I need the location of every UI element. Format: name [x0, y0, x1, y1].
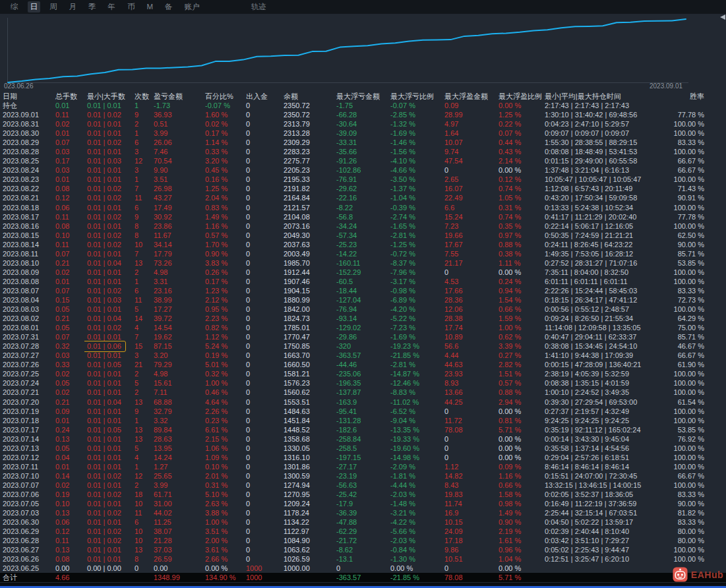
table-row[interactable]: 2023.07.210.020.01 | 0.0127.110.46 %0156… — [0, 388, 726, 397]
table-row[interactable]: 2023.08.100.210.01 | 0.041373.263.83 %01… — [0, 258, 726, 268]
total-row[interactable]: 合计4.661348.99134.90 %1000-363.57-21.85 %… — [0, 573, 726, 582]
table-row[interactable]: 2023.08.310.020.01 | 0.0120.510.02 %0231… — [0, 119, 726, 129]
table-row[interactable]: 2023.08.230.010.01 | 0.0113.510.16 %0219… — [0, 175, 726, 184]
cell: 1985.70 — [281, 258, 334, 268]
cell: -44.46 — [334, 360, 388, 369]
table-row[interactable]: 2023.08.170.110.01 | 0.02930.921.49 %021… — [0, 212, 726, 221]
table-row[interactable]: 2023.08.210.120.01 | 0.021143.272.04 %02… — [0, 193, 726, 202]
cell: 13.95 — [151, 444, 202, 453]
table-row[interactable]: 2023.07.190.090.01 | 0.01932.792.26 %014… — [0, 407, 726, 416]
menu-item-3[interactable]: 周 — [47, 1, 60, 13]
cell: 0.24 — [53, 425, 84, 434]
table-row[interactable]: 2023.08.290.070.01 | 0.02626.061.14 %023… — [0, 138, 726, 147]
table-row[interactable]: 2023.08.140.110.01 | 0.021034.141.70 %02… — [0, 240, 726, 249]
cell: 1.09 % — [202, 453, 243, 462]
table-row[interactable]: 2023.07.170.240.01 | 0.051389.846.61 %01… — [0, 425, 726, 434]
table-row[interactable]: 2023.08.150.100.01 | 0.02811.670.57 %020… — [0, 231, 726, 240]
table-row[interactable]: 2023.08.240.030.01 | 0.0139.900.45 %0220… — [0, 165, 726, 175]
cell: 80.00 % — [664, 527, 726, 536]
cell: 0.03 — [53, 351, 84, 360]
table-row[interactable]: 2023.06.260.080.01 | 0.01826.592.66 %010… — [0, 554, 726, 564]
table-row[interactable]: 2023.08.020.210.01 | 0.041439.722.23 %01… — [0, 314, 726, 323]
cell: 0 — [243, 165, 281, 175]
cell: 2.19 % — [496, 527, 542, 536]
table-row[interactable]: 2023.08.180.060.01 | 0.01617.490.83 %021… — [0, 203, 726, 212]
table-row[interactable]: 2023.06.290.120.01 | 0.021038.073.51 %01… — [0, 527, 726, 536]
table-row[interactable]: 2023.07.140.130.01 | 0.011328.632.15 %01… — [0, 434, 726, 444]
cell: 0 — [243, 101, 281, 110]
open-position-row[interactable]: 持仓0.010.01 | 0.011-1.73-0.07 %02350.72-1… — [0, 101, 726, 110]
cell: -363.57 — [334, 351, 388, 360]
table-row[interactable]: 2023.08.010.050.01 | 0.02414.540.82 %017… — [0, 323, 726, 332]
table-row[interactable]: 2023.09.010.110.01 | 0.02936.931.60 %023… — [0, 110, 726, 119]
table-row[interactable]: 2023.07.070.020.01 | 0.0123.990.31 %0127… — [0, 481, 726, 490]
menu-item-8[interactable]: M — [144, 1, 156, 13]
table-row[interactable]: 2023.08.090.020.01 | 0.0124.980.26 %0191… — [0, 268, 726, 277]
cell: 3.20 % — [202, 156, 243, 165]
table-row[interactable]: 2023.08.080.010.01 | 0.0113.310.17 %0190… — [0, 277, 726, 286]
table-row[interactable]: 2023.07.110.010.01 | 0.0111.270.10 %0130… — [0, 462, 726, 471]
table-row[interactable]: 2023.08.070.070.01 | 0.02623.161.23 %019… — [0, 286, 726, 295]
cell: 0.11 — [53, 536, 84, 545]
menu-item-6[interactable]: 年 — [106, 1, 119, 13]
table-row[interactable]: 2023.07.120.040.01 | 0.01414.241.09 %013… — [0, 453, 726, 462]
cell: 1576.23 — [281, 378, 334, 388]
menu-item-7[interactable]: 币 — [125, 1, 138, 13]
cell: 0 — [243, 360, 281, 369]
table-row[interactable]: 2023.07.050.100.01 | 0.011031.002.63 %01… — [0, 499, 726, 508]
cell: 77.78 % — [664, 212, 726, 221]
cell: 0 — [243, 378, 281, 388]
cell: 0.08 — [53, 184, 84, 193]
eahub-watermark: EAHub — [673, 567, 723, 582]
column-header: 余额 — [281, 92, 334, 101]
table-row[interactable]: 2023.07.200.210.01 | 0.041368.884.64 %01… — [0, 397, 726, 407]
table-row[interactable]: 2023.08.220.080.01 | 0.02726.981.25 %021… — [0, 184, 726, 193]
table-row[interactable]: 2023.06.280.110.01 | 0.021021.282.00 %01… — [0, 536, 726, 545]
menu-item-2[interactable]: 日 — [28, 1, 41, 13]
cell: 0.51 — [151, 119, 202, 129]
cell: -363.57 — [334, 573, 388, 582]
cell: 0 — [442, 165, 496, 175]
table-row[interactable]: 2023.08.280.030.01 | 0.0137.460.33 %0228… — [0, 147, 726, 156]
table-row[interactable]: 2023.08.160.080.01 | 0.01823.861.16 %020… — [0, 221, 726, 231]
menu-item-9[interactable]: 备 — [162, 1, 175, 13]
table-row[interactable]: 2023.07.270.030.01 | 0.0133.200.19 %0166… — [0, 351, 726, 360]
cell: 0 — [243, 554, 281, 564]
cell: 7.11 — [151, 388, 202, 397]
cell: 0 — [243, 536, 281, 545]
table-row[interactable]: 2023.07.240.050.01 | 0.01515.611.00 %015… — [0, 378, 726, 388]
cell: 0.07 — [53, 249, 84, 258]
table-row[interactable]: 2023.08.110.070.01 | 0.01717.790.90 %020… — [0, 249, 726, 258]
cell: 0 — [243, 305, 281, 314]
table-row[interactable]: 2023.06.250.000.00 | 0.0000.000.00 %1000… — [0, 564, 726, 573]
menu-item-5[interactable]: 季 — [86, 1, 99, 13]
table-row[interactable]: 2023.07.180.010.01 | 0.0113.320.23 %0145… — [0, 416, 726, 425]
menu-item-trail[interactable]: 轨迹 — [251, 2, 266, 12]
cell: -320 — [334, 341, 388, 351]
table-row[interactable]: 2023.08.250.170.01 | 0.031270.543.20 %02… — [0, 156, 726, 165]
table-row[interactable]: 2023.07.130.050.01 | 0.01513.951.06 %013… — [0, 444, 726, 453]
table-row[interactable]: 2023.07.060.190.01 | 0.021861.715.10 %01… — [0, 490, 726, 499]
table-row[interactable]: 2023.08.300.010.01 | 0.0113.990.17 %0231… — [0, 129, 726, 138]
cell: 1.27 — [151, 462, 202, 471]
menu-item-1[interactable]: 综 — [8, 1, 21, 13]
scroll-arrow-icon[interactable] — [720, 15, 725, 20]
cell: 1560.62 — [281, 388, 334, 397]
table-row[interactable]: 2023.08.040.150.01 | 0.031138.992.12 %01… — [0, 295, 726, 305]
cell: 2023.08.17 — [0, 212, 53, 221]
table-row[interactable]: 2023.07.250.020.01 | 0.0124.980.32 %0158… — [0, 369, 726, 378]
table-row[interactable]: 2023.07.030.130.01 | 0.021144.023.88 %01… — [0, 508, 726, 517]
table-row[interactable]: 2023.06.300.060.01 | 0.01611.251.00 %011… — [0, 517, 726, 527]
table-row[interactable]: 2023.07.280.320.01 | 0.061587.155.24 %01… — [0, 341, 726, 351]
menu-item-4[interactable]: 月 — [67, 1, 80, 13]
cell: 0:00:56 | 0:55:12 | 2:48:57 — [542, 305, 664, 314]
menu-item-10[interactable]: 账户 — [182, 1, 202, 13]
table-row[interactable]: 2023.06.270.130.01 | 0.011337.033.61 %01… — [0, 545, 726, 554]
table-row[interactable]: 2023.08.030.050.01 | 0.01517.270.95 %018… — [0, 305, 726, 314]
cell: 0:00:15 | 47:28:09 | 136:40:21 — [542, 360, 664, 369]
table-row[interactable]: 2023.07.100.140.01 | 0.021225.652.01 %01… — [0, 471, 726, 481]
cell: 2023.08.14 — [0, 240, 53, 249]
cell: 66.67 % — [664, 471, 726, 481]
table-row[interactable]: 2023.07.260.330.01 | 0.052179.295.01 %01… — [0, 360, 726, 369]
cell: 0 — [442, 407, 496, 416]
